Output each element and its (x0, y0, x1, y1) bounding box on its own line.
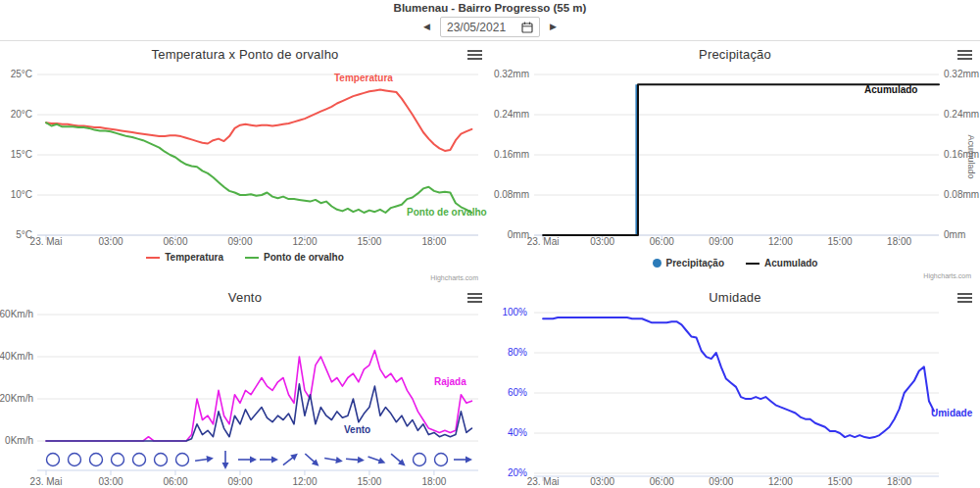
wind-direction-calm-icon (69, 454, 81, 466)
series-label: Rajada (434, 376, 466, 387)
svg-text:25°C: 25°C (11, 69, 32, 79)
svg-text:18:00: 18:00 (421, 236, 446, 247)
legend-line-icon (146, 257, 160, 259)
wind-direction-arrow-icon (346, 456, 366, 464)
wind-direction-arrow-icon (303, 451, 321, 468)
wind-direction-arrow-icon (238, 457, 257, 464)
svg-text:0.24mm: 0.24mm (494, 109, 529, 120)
svg-text:40Km/h: 40Km/h (0, 351, 33, 362)
date-navigation: ◀ ▶ (0, 17, 980, 37)
svg-text:06:00: 06:00 (163, 476, 187, 487)
wind-direction-calm-icon (176, 454, 189, 466)
legend-line-icon (245, 257, 259, 259)
svg-text:15:00: 15:00 (828, 236, 853, 247)
chart-precipitation: Precipitação Highcharts.com 0.32mm0.32mm… (490, 41, 980, 284)
svg-text:18:00: 18:00 (887, 476, 911, 487)
svg-text:23. Mai: 23. Mai (30, 476, 63, 487)
next-day-button[interactable]: ▶ (547, 22, 560, 32)
svg-text:12:00: 12:00 (292, 236, 317, 247)
wind-direction-calm-icon (414, 454, 426, 466)
legend-item[interactable]: Acumulado (746, 258, 817, 268)
chart-canvas: 60Km/h40Km/h20Km/h0Km/h23. Mai03:0006:00… (0, 284, 490, 488)
legend-label: Ponto de orvalho (264, 252, 344, 263)
series-label: Acumulado (864, 84, 917, 95)
svg-text:80%: 80% (508, 347, 527, 358)
wind-direction-calm-icon (90, 454, 103, 466)
svg-text:0.32mm: 0.32mm (494, 69, 529, 79)
legend-circle-icon (653, 259, 662, 268)
svg-text:18:00: 18:00 (421, 476, 446, 487)
page-title: Blumenau - Bairro Progresso (55 m) (0, 2, 980, 14)
date-input[interactable] (440, 17, 540, 37)
svg-text:20%: 20% (508, 467, 527, 478)
wind-direction-calm-icon (47, 454, 60, 466)
svg-text:03:00: 03:00 (98, 236, 122, 247)
svg-text:23. Mai: 23. Mai (30, 236, 63, 247)
wind-direction-arrow-icon (324, 455, 344, 464)
svg-text:06:00: 06:00 (163, 236, 187, 247)
wind-direction-arrow-icon (281, 451, 300, 467)
series-label: Ponto de orvalho (407, 207, 487, 218)
svg-text:60%: 60% (508, 387, 527, 398)
svg-text:0mm: 0mm (508, 229, 529, 240)
svg-text:15:00: 15:00 (357, 476, 381, 487)
svg-text:06:00: 06:00 (650, 236, 674, 247)
wind-direction-arrow-icon (454, 457, 472, 464)
svg-text:09:00: 09:00 (227, 236, 252, 247)
date-value-field[interactable] (447, 21, 515, 34)
chart-canvas: 25°C20°C15°C10°C5°C23. Mai03:0006:0009:0… (0, 41, 490, 284)
chart-humidity: Umidade 100%80%60%40%20%23. Mai03:0006:0… (490, 284, 980, 488)
legend-line-icon (746, 263, 760, 265)
series-Umidade (543, 317, 934, 438)
svg-text:10°C: 10°C (11, 189, 32, 200)
series-label: Umidade (931, 408, 972, 418)
svg-text:23. Mai: 23. Mai (527, 476, 560, 487)
wind-direction-arrow-icon (222, 451, 229, 469)
chart-legend: TemperaturaPonto de orvalho (0, 252, 490, 263)
svg-text:09:00: 09:00 (709, 476, 733, 487)
chart-canvas: 100%80%60%40%20%23. Mai03:0006:0009:0012… (490, 284, 980, 488)
series-label: Temperatura (334, 73, 393, 83)
svg-text:12:00: 12:00 (768, 476, 793, 487)
svg-text:09:00: 09:00 (227, 476, 252, 487)
legend-label: Precipitação (666, 258, 724, 268)
svg-text:20°C: 20°C (11, 109, 32, 120)
svg-text:23. Mai: 23. Mai (527, 236, 560, 247)
svg-text:60Km/h: 60Km/h (0, 309, 33, 319)
svg-text:0.16mm: 0.16mm (494, 149, 529, 160)
svg-text:15°C: 15°C (11, 149, 32, 160)
prev-day-button[interactable]: ◀ (420, 22, 433, 32)
legend-item[interactable]: Temperatura (146, 252, 223, 263)
svg-text:0Km/h: 0Km/h (5, 435, 33, 446)
svg-text:100%: 100% (502, 307, 527, 317)
wind-direction-calm-icon (112, 454, 124, 466)
svg-text:03:00: 03:00 (98, 476, 122, 487)
chart-temperature-dewpoint: Temperatura x Ponto de orvalho Highchart… (0, 41, 490, 284)
svg-text:15:00: 15:00 (828, 476, 853, 487)
wind-direction-calm-icon (133, 454, 146, 466)
header: Blumenau - Bairro Progresso (55 m) ◀ ▶ (0, 0, 980, 41)
svg-text:0mm: 0mm (944, 229, 965, 240)
calendar-icon[interactable] (521, 22, 533, 33)
svg-text:15:00: 15:00 (357, 236, 381, 247)
svg-text:40%: 40% (508, 427, 527, 438)
wind-direction-arrow-icon (260, 457, 278, 464)
svg-text:20Km/h: 20Km/h (0, 393, 33, 404)
svg-text:0.32mm: 0.32mm (944, 69, 979, 79)
series-Rajada (46, 351, 471, 442)
series-Temperatura (46, 90, 471, 151)
chart-legend: PrecipitaçãoAcumulado (490, 258, 980, 268)
svg-text:Acumulado: Acumulado (966, 134, 976, 178)
legend-label: Acumulado (764, 258, 817, 268)
chart-canvas: 0.32mm0.32mm0.24mm0.24mm0.16mm0.16mm0.08… (490, 41, 980, 284)
series-Ponto de orvalho (46, 122, 471, 213)
series-label: Vento (344, 424, 370, 435)
wind-direction-calm-icon (435, 454, 448, 466)
svg-text:12:00: 12:00 (768, 236, 793, 247)
legend-item[interactable]: Precipitação (653, 258, 724, 268)
svg-text:0.08mm: 0.08mm (944, 189, 979, 200)
legend-item[interactable]: Ponto de orvalho (245, 252, 344, 263)
svg-text:0.08mm: 0.08mm (494, 189, 529, 200)
wind-direction-calm-icon (155, 454, 168, 466)
svg-text:06:00: 06:00 (650, 476, 674, 487)
